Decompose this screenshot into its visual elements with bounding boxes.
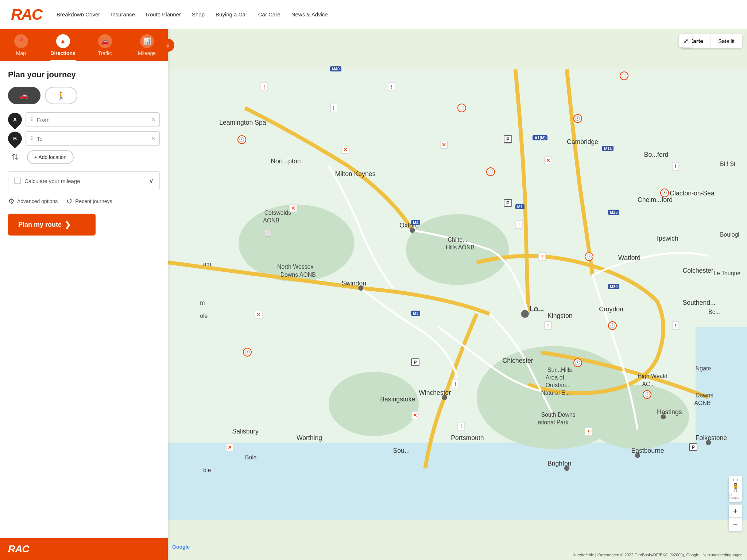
tab-traffic[interactable]: 🚗 Traffic — [84, 29, 126, 61]
svg-text:Sur...Hills: Sur...Hills — [547, 367, 572, 373]
mileage-section[interactable]: Calculate your mileage ∨ — [8, 171, 160, 190]
from-input-row: A ⠿ × — [8, 112, 160, 127]
tab-directions-label: Directions — [50, 50, 75, 56]
svg-text:ational Park: ational Park — [538, 419, 569, 425]
svg-text:Nort...pton: Nort...pton — [271, 158, 301, 165]
svg-point-8 — [239, 205, 355, 282]
svg-text:AONB: AONB — [263, 217, 279, 223]
svg-text:Eastbourne: Eastbourne — [631, 447, 664, 454]
svg-text:Lo...: Lo... — [530, 305, 544, 313]
svg-text:Basingstoke: Basingstoke — [380, 396, 415, 403]
nav-link-route[interactable]: Route Planner — [146, 11, 181, 18]
nav-link-insurance[interactable]: Insurance — [111, 11, 135, 18]
satellit-view-button[interactable]: Satellit — [711, 34, 742, 48]
tab-map[interactable]: 📍 Map — [0, 29, 42, 61]
plan-route-label: Plan my route — [18, 221, 62, 229]
svg-text:Leamington Spa: Leamington Spa — [219, 119, 266, 126]
nav-link-shop[interactable]: Shop — [192, 11, 205, 18]
sidebar-footer: RAC — [0, 538, 168, 560]
from-input[interactable] — [37, 117, 152, 123]
sidebar: 📍 Map ▲ Directions 🚗 Traffic 📊 Mileage «… — [0, 29, 168, 560]
clear-from-button[interactable]: × — [152, 116, 155, 123]
svg-point-9 — [586, 385, 689, 449]
svg-text:Chelm...ford: Chelm...ford — [638, 196, 673, 203]
svg-text:Downs AONB: Downs AONB — [280, 272, 316, 278]
svg-text:Chilte...: Chilte... — [448, 237, 468, 243]
svg-text:Natural E...: Natural E... — [541, 390, 570, 396]
svg-text:Ipswich: Ipswich — [657, 235, 678, 242]
rac-logo[interactable]: RAC — [11, 7, 42, 22]
nav-link-car[interactable]: Buying a Car — [216, 11, 247, 18]
plan-route-chevron-icon: ❯ — [65, 220, 71, 229]
main-nav: Breakdown Cover Insurance Route Planner … — [57, 11, 328, 18]
google-branding: Google — [172, 544, 190, 550]
advanced-options-link[interactable]: ⚙ Advanced options — [8, 197, 58, 206]
svg-text:Bl ! St: Bl ! St — [720, 161, 736, 167]
map-area: Lo... Oxford Swindon Winchester Basingst… — [168, 29, 747, 560]
svg-text:Bole: Bole — [245, 454, 257, 460]
nav-item-insurance[interactable]: Insurance — [111, 11, 135, 18]
expand-icon: ⤢ — [684, 38, 688, 44]
svg-text:Colchester: Colchester — [683, 267, 713, 274]
from-pin-label: A — [13, 117, 17, 122]
zoom-in-button[interactable]: + — [729, 505, 742, 518]
from-pin: A — [5, 110, 25, 129]
to-input[interactable] — [37, 136, 152, 142]
tab-map-label: Map — [16, 50, 26, 56]
svg-text:Ngate: Ngate — [696, 365, 711, 372]
svg-text:Boulogi: Boulogi — [720, 232, 739, 238]
svg-text:Croydon: Croydon — [599, 306, 623, 313]
traffic-icon: 🚗 — [98, 34, 112, 48]
clear-to-button[interactable]: × — [152, 135, 155, 142]
actions-row: ⇅ + Add location — [8, 150, 160, 164]
nav-item-care[interactable]: Car Care — [258, 11, 280, 18]
main-container: 📍 Map ▲ Directions 🚗 Traffic 📊 Mileage «… — [0, 29, 747, 560]
recent-journeys-link[interactable]: ↺ Recent journeys — [66, 197, 112, 206]
nav-item-breakdown[interactable]: Breakdown Cover — [57, 11, 100, 18]
svg-text:Winchester: Winchester — [419, 389, 451, 396]
nav-item-shop[interactable]: Shop — [192, 11, 205, 18]
mileage-checkbox[interactable] — [14, 178, 21, 184]
svg-text:Cambridge: Cambridge — [567, 138, 598, 145]
options-row: ⚙ Advanced options ↺ Recent journeys — [8, 197, 160, 206]
nav-item-news[interactable]: News & Advice — [291, 11, 328, 18]
svg-text:am: am — [203, 261, 211, 267]
street-view-button[interactable]: ✦ ✦ 🧍 Le Touque — [729, 476, 742, 502]
footer-logo: RAC — [8, 543, 29, 555]
form-title: Plan your journey — [8, 70, 160, 79]
swap-locations-button[interactable]: ⇅ — [8, 150, 22, 164]
map-background: Lo... Oxford Swindon Winchester Basingst… — [168, 29, 747, 560]
drag-handle-to: ⠿ — [30, 136, 34, 141]
walk-transport-button[interactable]: 🚶 — [45, 87, 77, 104]
nav-link-care[interactable]: Car Care — [258, 11, 280, 18]
to-pin-label: B — [13, 136, 17, 141]
nav-item-route[interactable]: Route Planner — [146, 11, 181, 18]
add-location-button[interactable]: + Add location — [27, 150, 74, 164]
nav-link-breakdown[interactable]: Breakdown Cover — [57, 11, 100, 18]
mileage-icon: 📊 — [140, 34, 154, 48]
tab-mileage-label: Mileage — [138, 50, 156, 56]
svg-point-11 — [521, 310, 529, 318]
map-expand-button[interactable]: ⤢ — [679, 34, 692, 47]
nav-item-car[interactable]: Buying a Car — [216, 11, 247, 18]
nav-link-news[interactable]: News & Advice — [291, 11, 328, 18]
transport-toggle: 🚗 🚶 — [8, 87, 160, 104]
tab-directions[interactable]: ▲ Directions — [42, 29, 84, 61]
svg-text:North Wessex: North Wessex — [277, 264, 313, 270]
svg-text:Worthing: Worthing — [297, 434, 322, 442]
svg-text:Cotswolds: Cotswolds — [264, 210, 291, 216]
plan-route-button[interactable]: Plan my route ❯ — [8, 214, 96, 236]
svg-text:Bc...: Bc... — [708, 309, 720, 315]
svg-text:Downs: Downs — [696, 392, 713, 398]
to-input-row: B ⠿ × — [8, 131, 160, 146]
car-transport-button[interactable]: 🚗 — [8, 87, 40, 104]
collapse-sidebar-button[interactable]: « — [161, 39, 174, 52]
svg-text:Swindon: Swindon — [341, 280, 366, 287]
google-label: Google — [172, 544, 190, 550]
svg-text:Milton Keynes: Milton Keynes — [335, 170, 376, 178]
svg-point-10 — [329, 372, 419, 436]
advanced-options-label: Advanced options — [17, 198, 58, 204]
form-area: Plan your journey 🚗 🚶 A ⠿ × — [0, 61, 168, 538]
svg-text:ble: ble — [203, 467, 211, 473]
zoom-out-button[interactable]: − — [729, 518, 742, 531]
